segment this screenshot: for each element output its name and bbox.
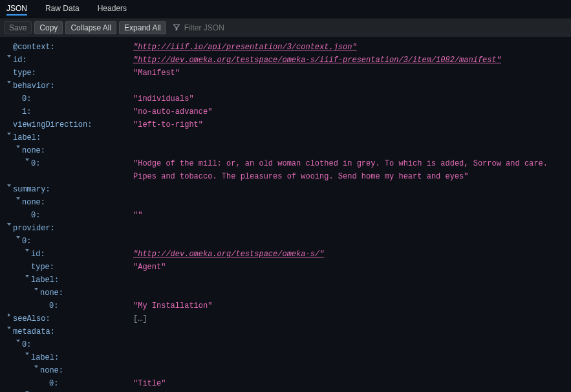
json-key: type: [31, 261, 50, 274]
json-row[interactable]: 0:"My Installation": [5, 299, 566, 312]
tab-raw-data[interactable]: Raw Data: [45, 3, 80, 16]
json-key: @context: [13, 41, 50, 54]
json-row[interactable]: @context:"http://iiif.io/api/presentatio…: [5, 41, 566, 54]
json-key: metadata: [13, 325, 50, 338]
json-row[interactable]: 0:"Hodge of the mill: or, an old woman c…: [5, 157, 566, 183]
json-sep: :: [27, 93, 31, 105]
json-sep: :: [54, 377, 58, 390]
json-sep: :: [87, 118, 92, 131]
json-sep: :: [54, 274, 59, 287]
json-key: label: [31, 274, 54, 287]
filter-json[interactable]: [173, 23, 274, 33]
json-sep: :: [36, 209, 40, 222]
json-value: "Manifest": [133, 67, 566, 80]
json-key: 0: [22, 338, 27, 351]
json-sep: :: [50, 325, 55, 338]
collapse-all-button[interactable]: Collapse All: [65, 21, 116, 34]
json-value: "http://dev.omeka.org/testspace/omeka-s/…: [133, 248, 566, 261]
tab-headers[interactable]: Headers: [98, 3, 127, 16]
json-key: 0: [31, 157, 36, 170]
json-key: 0: [22, 235, 27, 248]
chevron-down-icon[interactable]: [23, 248, 31, 253]
json-value: "Agent": [133, 261, 566, 274]
chevron-down-icon[interactable]: [5, 222, 13, 227]
json-key: behavior: [13, 80, 50, 93]
json-sep: :: [50, 41, 55, 54]
json-key: seeAlso: [13, 312, 45, 325]
chevron-down-icon[interactable]: [23, 157, 31, 162]
json-sep: :: [32, 67, 36, 80]
json-row[interactable]: metadata:: [5, 325, 566, 338]
json-key: none: [22, 196, 41, 209]
json-sep: :: [54, 351, 59, 364]
json-row[interactable]: label:: [5, 274, 566, 287]
json-key: none: [22, 144, 41, 157]
chevron-down-icon[interactable]: [23, 274, 31, 279]
json-row[interactable]: summary:: [5, 183, 566, 196]
json-value: "http://iiif.io/api/presentation/3/conte…: [133, 41, 566, 54]
json-row[interactable]: id:"http://dev.omeka.org/testspace/omeka…: [5, 248, 566, 261]
chevron-down-icon[interactable]: [5, 325, 13, 331]
copy-button[interactable]: Copy: [34, 21, 63, 34]
json-sep: :: [50, 80, 55, 93]
json-sep: :: [45, 312, 50, 325]
chevron-down-icon[interactable]: [32, 287, 40, 292]
expand-all-button[interactable]: Expand All: [119, 21, 166, 34]
chevron-down-icon[interactable]: [14, 144, 22, 149]
json-value: "": [133, 209, 566, 222]
view-tabs: JSON Raw Data Headers: [0, 0, 571, 19]
json-row[interactable]: none:: [5, 144, 566, 157]
json-key: id: [13, 54, 22, 67]
json-row[interactable]: type:"Agent": [5, 261, 566, 274]
json-sep: :: [40, 248, 45, 261]
json-key: label: [13, 131, 36, 144]
json-key: none: [40, 364, 59, 377]
json-row[interactable]: 0:: [5, 235, 566, 248]
json-sep: :: [22, 54, 27, 67]
json-row[interactable]: behavior:: [5, 80, 566, 93]
chevron-down-icon[interactable]: [5, 183, 13, 188]
json-key: none: [40, 287, 59, 299]
json-row[interactable]: 1:"no-auto-advance": [5, 105, 566, 118]
json-row[interactable]: none:: [5, 196, 566, 209]
json-value: "left-to-right": [133, 118, 566, 131]
json-sep: :: [41, 144, 45, 157]
chevron-down-icon[interactable]: [14, 196, 22, 201]
json-row[interactable]: none:: [5, 364, 566, 377]
chevron-down-icon[interactable]: [14, 235, 22, 240]
json-sep: :: [59, 287, 63, 299]
filter-input[interactable]: [183, 23, 274, 33]
chevron-right-icon[interactable]: [5, 312, 13, 318]
json-sep: :: [27, 338, 31, 351]
json-row[interactable]: label:: [5, 351, 566, 364]
chevron-down-icon[interactable]: [32, 364, 40, 369]
json-row[interactable]: 0:"individuals": [5, 93, 566, 105]
json-row[interactable]: none:: [5, 287, 566, 299]
json-value: "individuals": [133, 93, 566, 105]
filter-icon: [173, 23, 180, 33]
json-row[interactable]: type:"Manifest": [5, 67, 566, 80]
json-tree: @context:"http://iiif.io/api/presentatio…: [0, 37, 571, 392]
json-value: "http://dev.omeka.org/testspace/omeka-s/…: [133, 54, 566, 67]
json-key: 0: [49, 377, 54, 390]
json-row[interactable]: label:: [5, 131, 566, 144]
tab-json[interactable]: JSON: [6, 3, 27, 16]
json-row[interactable]: seeAlso:[…]: [5, 312, 566, 325]
json-row[interactable]: viewingDirection:"left-to-right": [5, 118, 566, 131]
json-row[interactable]: 0:"": [5, 209, 566, 222]
json-row[interactable]: id:"http://dev.omeka.org/testspace/omeka…: [5, 54, 566, 67]
json-key: 0: [31, 209, 36, 222]
chevron-down-icon[interactable]: [23, 351, 31, 356]
chevron-down-icon[interactable]: [5, 80, 13, 85]
chevron-down-icon[interactable]: [14, 338, 22, 343]
json-key: label: [31, 351, 54, 364]
save-button[interactable]: Save: [4, 21, 32, 34]
chevron-down-icon[interactable]: [5, 131, 13, 136]
json-row[interactable]: 0:"Title": [5, 377, 566, 390]
json-key: id: [31, 248, 40, 261]
chevron-down-icon[interactable]: [5, 54, 13, 59]
json-key: viewingDirection: [13, 118, 87, 131]
json-row[interactable]: 0:: [5, 338, 566, 351]
json-key: 1: [22, 105, 27, 118]
json-row[interactable]: provider:: [5, 222, 566, 235]
